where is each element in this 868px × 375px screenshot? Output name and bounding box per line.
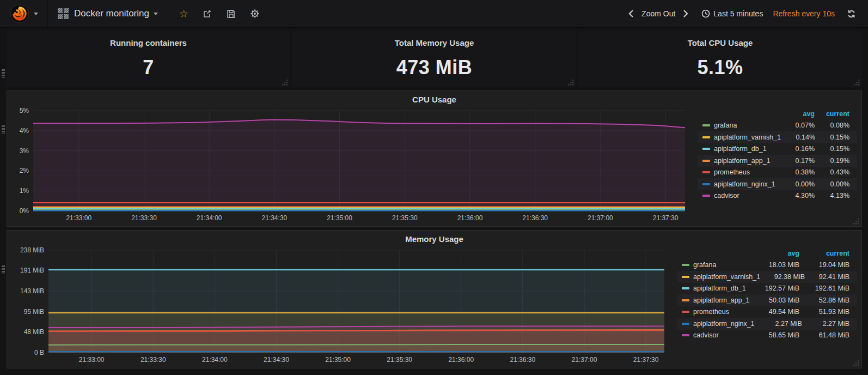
series-swatch: [682, 287, 689, 289]
chevron-right-icon[interactable]: [681, 9, 690, 18]
grafana-logo-icon: [10, 4, 29, 23]
svg-text:21:34:00: 21:34:00: [202, 356, 228, 364]
legend-row-varnish[interactable]: apiplatform_varnish_10.14%0.15%: [698, 131, 857, 143]
series-swatch: [702, 183, 710, 185]
legend-row-db[interactable]: apiplatform_db_10.16%0.15%: [698, 143, 857, 155]
series-swatch: [682, 311, 689, 313]
dashboard-body: Running containers 7 Total Memory Usage …: [0, 28, 868, 368]
resize-grip-icon[interactable]: [282, 80, 288, 86]
caret-down-icon: [34, 13, 38, 15]
svg-text:0%: 0%: [20, 207, 29, 215]
legend-row-grafana[interactable]: grafana18.03 MiB19.04 MiB: [677, 259, 857, 271]
cpu-usage-panel: CPU Usage 0%1%2%3%4%5%21:33:0021:33:3021…: [7, 90, 862, 227]
refresh-interval-button[interactable]: Refresh every 10s: [773, 9, 835, 18]
svg-text:21:35:00: 21:35:00: [327, 214, 352, 222]
stat-panel-total-memory: Total Memory Usage 473 MiB: [292, 31, 576, 87]
svg-text:0 B: 0 B: [34, 349, 44, 356]
legend-row-db[interactable]: apiplatform_db_1192.57 MiB192.61 MiB: [677, 283, 857, 295]
svg-text:143 MiB: 143 MiB: [20, 287, 44, 295]
row-drag-handle[interactable]: [2, 69, 5, 78]
legend-row-grafana[interactable]: grafana0.07%0.08%: [698, 120, 857, 132]
series-swatch: [702, 124, 710, 126]
svg-text:21:36:30: 21:36:30: [522, 214, 548, 222]
stat-panel-running-containers: Running containers 7: [7, 31, 290, 87]
legend-row-cadvisor[interactable]: cadvisor4.30%4.13%: [698, 190, 857, 202]
memory-usage-chart[interactable]: 0 B48 MiB95 MiB143 MiB191 MiB238 MiB21:3…: [11, 246, 677, 365]
dashboard-toolbar: ☆: [168, 0, 267, 27]
caret-down-icon: [154, 13, 158, 15]
clock-icon: [701, 9, 710, 18]
legend-row-nginx[interactable]: apiplatform_nginx_12.27 MiB2.27 MiB: [677, 318, 857, 330]
svg-text:238 MiB: 238 MiB: [20, 246, 44, 254]
stat-panel-total-cpu: Total CPU Usage 5.1%: [578, 31, 862, 87]
svg-text:21:33:30: 21:33:30: [140, 356, 166, 364]
panel-title[interactable]: CPU Usage: [7, 91, 861, 106]
chevron-left-icon[interactable]: [626, 9, 636, 18]
dashboard-title: Docker monitoring: [74, 8, 149, 19]
legend-row-prometheus[interactable]: prometheus0.38%0.43%: [698, 167, 857, 179]
svg-text:21:34:30: 21:34:30: [262, 214, 288, 222]
cpu-legend: avg current grafana0.07%0.08% apiplatfor…: [698, 106, 857, 223]
svg-text:95 MiB: 95 MiB: [24, 308, 44, 316]
navbar: Docker monitoring ☆: [0, 0, 868, 28]
row-drag-handle[interactable]: [2, 125, 5, 134]
series-swatch: [702, 148, 710, 150]
svg-text:21:35:30: 21:35:30: [387, 356, 412, 364]
series-swatch: [702, 160, 710, 162]
svg-text:2%: 2%: [20, 167, 29, 174]
gear-icon[interactable]: [250, 9, 260, 19]
svg-text:21:37:00: 21:37:00: [588, 214, 613, 222]
legend-row-app[interactable]: apiplatform_app_150.03 MiB52.86 MiB: [677, 294, 857, 306]
panel-title[interactable]: Memory Usage: [7, 231, 861, 246]
legend-header: avg current: [677, 247, 857, 259]
svg-text:21:33:00: 21:33:00: [79, 356, 105, 364]
save-icon[interactable]: [227, 9, 236, 19]
svg-text:21:33:30: 21:33:30: [131, 214, 157, 222]
dashboard-grid-icon: [58, 8, 69, 19]
legend-row-prometheus[interactable]: prometheus49.54 MiB51.93 MiB: [677, 306, 857, 318]
svg-text:21:34:30: 21:34:30: [264, 356, 289, 364]
svg-text:1%: 1%: [20, 187, 29, 195]
svg-text:21:34:00: 21:34:00: [197, 214, 222, 222]
series-swatch: [682, 299, 689, 301]
resize-grip-icon[interactable]: [853, 360, 859, 366]
series-swatch: [682, 276, 689, 278]
zoom-out-button[interactable]: Zoom Out: [641, 9, 675, 18]
time-range-picker[interactable]: Last 5 minutes: [701, 9, 763, 18]
series-swatch: [702, 136, 710, 138]
memory-usage-panel: Memory Usage 0 B48 MiB95 MiB143 MiB191 M…: [7, 230, 862, 368]
row-drag-handle[interactable]: [2, 265, 5, 274]
legend-row-varnish[interactable]: apiplatform_varnish_192.38 MiB92.41 MiB: [677, 271, 857, 283]
series-swatch: [682, 323, 689, 325]
svg-text:21:37:30: 21:37:30: [653, 214, 678, 222]
series-swatch: [682, 334, 689, 336]
memory-legend: avg current grafana18.03 MiB19.04 MiB ap…: [677, 246, 857, 365]
svg-text:3%: 3%: [20, 147, 29, 155]
refresh-icon[interactable]: [845, 9, 858, 19]
svg-text:21:36:00: 21:36:00: [448, 356, 474, 364]
cpu-usage-chart[interactable]: 0%1%2%3%4%5%21:33:0021:33:3021:34:0021:3…: [11, 106, 698, 223]
resize-grip-icon[interactable]: [854, 80, 860, 86]
series-swatch: [702, 171, 710, 173]
svg-text:21:36:30: 21:36:30: [510, 356, 536, 364]
star-icon[interactable]: ☆: [179, 9, 188, 19]
svg-text:4%: 4%: [20, 127, 29, 135]
grafana-menu-button[interactable]: [0, 0, 48, 27]
legend-header: avg current: [698, 108, 857, 120]
stat-value: 473 MiB: [396, 56, 473, 79]
time-range-label: Last 5 minutes: [713, 9, 763, 18]
svg-text:191 MiB: 191 MiB: [20, 267, 44, 274]
legend-row-nginx[interactable]: apiplatform_nginx_10.00%0.00%: [698, 178, 857, 190]
resize-grip-icon[interactable]: [853, 219, 859, 225]
resize-grip-icon[interactable]: [568, 80, 574, 86]
svg-text:48 MiB: 48 MiB: [24, 328, 44, 336]
stats-row: Running containers 7 Total Memory Usage …: [7, 31, 862, 87]
stat-title[interactable]: Running containers: [110, 38, 187, 47]
stat-title[interactable]: Total CPU Usage: [688, 38, 753, 47]
legend-row-cadvisor[interactable]: cadvisor58.65 MiB61.48 MiB: [677, 330, 857, 342]
legend-row-app[interactable]: apiplatform_app_10.17%0.19%: [698, 155, 857, 167]
dashboard-title-dropdown[interactable]: Docker monitoring: [48, 0, 168, 27]
share-icon[interactable]: [203, 9, 212, 19]
stat-value: 7: [143, 56, 154, 79]
stat-title[interactable]: Total Memory Usage: [395, 38, 474, 47]
